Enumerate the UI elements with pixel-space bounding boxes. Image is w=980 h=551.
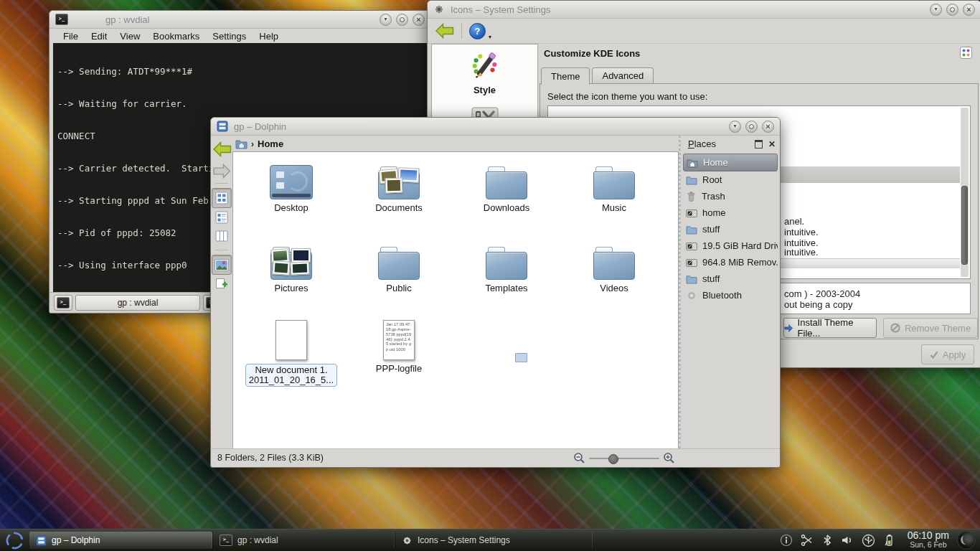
places-item-removable[interactable]: 964.8 MiB Remov... xyxy=(683,254,778,270)
zoom-slider[interactable] xyxy=(589,458,659,459)
columns-view-button[interactable] xyxy=(212,227,231,245)
breadcrumb-home[interactable]: Home xyxy=(258,138,283,149)
task-system-settings[interactable]: Icons – System Settings xyxy=(395,532,593,549)
file-item-label: Downloads xyxy=(484,203,529,213)
file-item-music[interactable]: Music xyxy=(560,158,668,238)
terminal-tab[interactable]: gp : wvdial xyxy=(75,295,200,311)
folder-previews-icon xyxy=(270,247,312,280)
menu-settings[interactable]: Settings xyxy=(206,31,253,42)
folder-icon xyxy=(593,247,635,280)
preview-toggle-button[interactable] xyxy=(212,255,232,275)
file-grid: Desktop Documents Downloads Music xyxy=(233,152,678,399)
float-panel-icon[interactable] xyxy=(755,140,763,149)
blank-file-icon xyxy=(275,320,307,360)
places-item-root[interactable]: Root xyxy=(683,171,778,188)
import-arrow-icon xyxy=(784,324,793,333)
remove-theme-button[interactable]: Remove Theme xyxy=(883,318,978,338)
terminal-title: gp : wvdial xyxy=(105,14,149,25)
digital-clock[interactable]: 06:10 pm Sun, 6 Feb xyxy=(908,531,949,550)
file-item-new-document[interactable]: New document 1. 2011_01_20_16_5... xyxy=(237,319,345,399)
task-konsole[interactable]: gp : wvdial xyxy=(212,532,395,549)
folder-icon xyxy=(686,274,697,284)
close-panel-icon[interactable]: ✕ xyxy=(768,140,776,149)
minimize-button[interactable]: ▾ xyxy=(380,14,392,26)
zoom-out-icon[interactable] xyxy=(573,452,585,464)
file-item-pictures[interactable]: Pictures xyxy=(237,238,345,319)
sidebar-item-style[interactable]: Style xyxy=(470,50,500,95)
toolbar-separator xyxy=(461,23,462,39)
menu-edit[interactable]: Edit xyxy=(85,31,113,42)
info-icon[interactable] xyxy=(780,534,793,547)
terminal-titlebar[interactable]: gp : wvdial ▾ × xyxy=(50,11,430,29)
tab-theme[interactable]: Theme xyxy=(541,67,590,85)
bluetooth-icon[interactable] xyxy=(821,534,833,547)
maximize-button[interactable] xyxy=(946,4,958,16)
battery-icon[interactable] xyxy=(883,534,896,547)
panel-toolbox-cashew[interactable] xyxy=(957,531,976,550)
close-button[interactable]: × xyxy=(413,14,425,26)
apply-button[interactable]: Apply xyxy=(921,344,974,364)
file-item-videos[interactable]: Videos xyxy=(560,238,668,319)
menu-bookmarks[interactable]: Bookmarks xyxy=(146,31,206,42)
install-theme-button[interactable]: Install Theme File... xyxy=(783,318,877,338)
back-button[interactable] xyxy=(435,23,454,39)
chevron-down-icon: ▾ xyxy=(489,34,491,40)
scrollbar-thumb[interactable] xyxy=(961,186,968,265)
file-item-downloads[interactable]: Downloads xyxy=(453,158,560,238)
new-tab-button[interactable] xyxy=(54,295,72,311)
home-folder-icon xyxy=(235,138,248,149)
file-item-public[interactable]: Public xyxy=(345,238,453,319)
places-item-trash[interactable]: Trash xyxy=(683,188,778,204)
minimize-button[interactable]: ▾ xyxy=(729,121,741,133)
zoom-in-icon[interactable] xyxy=(663,452,675,464)
places-item-stuff-2[interactable]: stuff xyxy=(683,270,778,287)
help-button[interactable] xyxy=(469,23,486,39)
dolphin-titlebar[interactable]: gp – Dolphin ▾ × xyxy=(211,118,780,136)
file-item-documents[interactable]: Documents xyxy=(345,158,453,238)
places-item-home[interactable]: Home xyxy=(683,154,778,171)
file-item-ppp-logfile[interactable]: Jan 17 09:47:18 gp-Aspire-5738 pppd[1946… xyxy=(345,319,453,399)
file-item-desktop[interactable]: Desktop xyxy=(237,158,345,238)
usb-device-icon[interactable] xyxy=(862,534,875,547)
folder-icon xyxy=(686,225,697,235)
desktop-folder-icon xyxy=(270,165,313,199)
toolbar-separator xyxy=(215,183,228,184)
split-view-button[interactable] xyxy=(212,275,231,293)
file-item-label: Videos xyxy=(600,283,628,293)
menu-view[interactable]: View xyxy=(113,31,146,42)
minimize-button[interactable]: ▾ xyxy=(930,4,942,16)
dolphin-file-view[interactable]: Desktop Documents Downloads Music xyxy=(232,151,679,449)
close-button[interactable]: × xyxy=(963,4,975,16)
back-button[interactable] xyxy=(212,141,232,157)
places-item-home-partition[interactable]: home xyxy=(683,204,778,221)
clipboard-scissors-icon[interactable] xyxy=(801,534,814,547)
menu-file[interactable]: File xyxy=(57,31,85,42)
clock-time: 06:10 pm xyxy=(908,531,949,540)
scrollbar[interactable] xyxy=(961,108,969,277)
icons-view-button[interactable] xyxy=(212,188,232,208)
file-item-templates[interactable]: Templates xyxy=(453,238,560,319)
sidebar-item-label: Style xyxy=(470,85,500,95)
folder-icon xyxy=(378,247,420,280)
forward-button[interactable] xyxy=(213,164,231,179)
menu-help[interactable]: Help xyxy=(253,31,285,42)
system-settings-titlebar[interactable]: Icons – System Settings ▾ × xyxy=(428,1,980,19)
columns-view-icon xyxy=(215,230,228,242)
places-item-label: Root xyxy=(702,174,722,185)
drive-icon xyxy=(686,208,697,217)
zoom-slider-handle[interactable] xyxy=(608,454,618,464)
places-item-stuff[interactable]: stuff xyxy=(683,221,778,237)
drive-icon xyxy=(686,258,697,267)
maximize-button[interactable] xyxy=(745,121,758,133)
task-dolphin[interactable]: gp – Dolphin xyxy=(29,532,212,549)
maximize-button[interactable] xyxy=(396,14,408,26)
details-view-button[interactable] xyxy=(212,208,231,227)
places-item-hard-drive[interactable]: 19.5 GiB Hard Drive xyxy=(683,237,778,254)
places-item-bluetooth[interactable]: Bluetooth xyxy=(683,287,778,303)
close-button[interactable]: × xyxy=(762,121,774,133)
tab-advanced[interactable]: Advanced xyxy=(592,67,654,83)
theme-description-text: out being a copy xyxy=(784,299,852,310)
theme-list-text: intuitive. xyxy=(784,227,819,237)
app-launcher-button[interactable] xyxy=(0,529,29,551)
volume-icon[interactable] xyxy=(841,534,854,547)
